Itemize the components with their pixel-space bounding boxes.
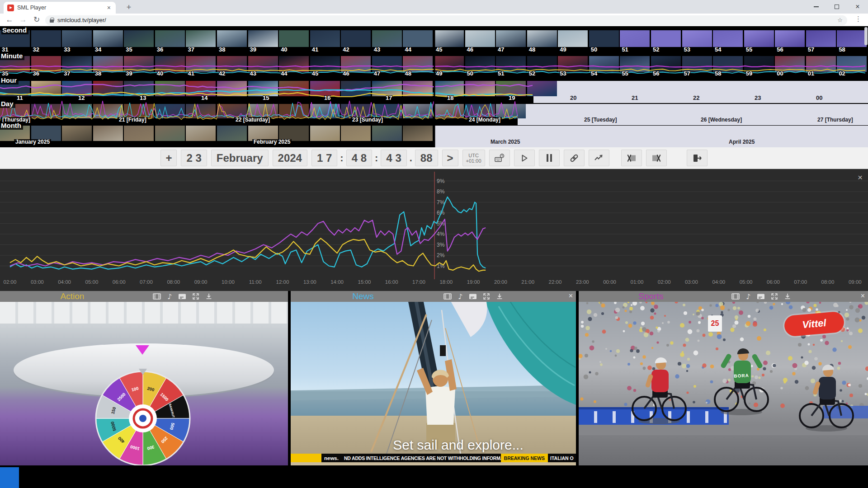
film-icon[interactable] <box>443 292 452 300</box>
window-close-button[interactable]: × <box>847 0 868 14</box>
browser-toolbar: ← → ↻ smlcloud.tv/player/ ☆ <box>0 14 868 26</box>
chart-close-icon[interactable]: × <box>858 173 863 183</box>
browser-menu-icon[interactable]: ⋮ <box>855 15 862 23</box>
video-thumbnail <box>93 104 123 118</box>
video-thumbnail <box>837 56 867 72</box>
timeline-tick-label: 22 <box>693 95 699 101</box>
film-icon[interactable] <box>731 292 740 300</box>
svg-text:01:00: 01:00 <box>631 279 644 285</box>
timeline-scrollbar[interactable] <box>864 27 868 45</box>
timeline-tick-label: 57 <box>808 47 814 52</box>
fullscreen-icon[interactable] <box>770 292 778 300</box>
mark-out-button[interactable] <box>646 150 667 166</box>
bookmark-star-icon[interactable]: ☆ <box>837 17 843 23</box>
video-thumbnail <box>155 81 185 96</box>
time-dot: . <box>410 152 412 164</box>
timeline-tick-label: 54 <box>591 70 597 76</box>
timeline-tick-label: 46 <box>343 70 349 76</box>
video-thumbnail <box>279 104 309 118</box>
hours-spinner[interactable]: 1 7 <box>311 150 337 166</box>
minutes-spinner[interactable]: 4 8 <box>346 150 372 166</box>
year-spinner[interactable]: 2024 <box>273 150 307 166</box>
panel-close-icon[interactable]: × <box>861 292 865 300</box>
video-panel-news[interactable]: Set sail and explore... news. ND ADDS IN… <box>291 302 576 465</box>
music-note-icon[interactable]: ♪ <box>457 292 463 300</box>
download-icon[interactable] <box>205 292 213 300</box>
svg-text:02:00: 02:00 <box>4 279 17 285</box>
video-thumbnail <box>651 56 681 72</box>
reload-button[interactable]: ↻ <box>30 15 43 24</box>
exit-button[interactable] <box>687 150 708 166</box>
video-thumbnail <box>217 81 247 96</box>
timezone-display: UTC +01:00 <box>462 150 485 166</box>
browser-tab[interactable]: SML Player × <box>4 2 116 14</box>
activity-button[interactable] <box>589 150 609 166</box>
frames-spinner[interactable]: 88 <box>415 150 438 166</box>
svg-text:09:00: 09:00 <box>849 279 862 285</box>
video-thumbnail <box>279 30 309 47</box>
link-button[interactable] <box>564 150 585 166</box>
video-thumbnail <box>589 56 619 72</box>
panel-title: News <box>291 291 435 301</box>
download-icon[interactable] <box>495 292 504 300</box>
tab-close-icon[interactable]: × <box>106 4 112 11</box>
fullscreen-icon[interactable] <box>192 292 200 300</box>
panel-close-icon[interactable]: × <box>569 292 573 300</box>
datetime-keyboard-button[interactable] <box>489 150 510 166</box>
timeline-tick-label: 20 <box>570 95 576 101</box>
music-note-icon[interactable]: ♪ <box>745 292 751 300</box>
timeline-tick-label: 42 <box>343 47 349 52</box>
new-tab-button[interactable]: + <box>123 2 135 13</box>
subtitles-icon[interactable] <box>178 292 187 300</box>
ratings-chart[interactable]: 02:0003:0004:0005:0006:0007:0008:0009:00… <box>0 169 868 291</box>
video-panel-action[interactable]: 2001500BANKRUT50025030010004005000150250… <box>0 302 288 465</box>
timeline-row-label-day: Day <box>0 100 15 108</box>
timeline-tick-label: 52 <box>653 47 659 52</box>
video-thumbnail <box>372 81 402 96</box>
month-spinner[interactable]: February <box>211 150 269 166</box>
url-text[interactable]: smlcloud.tv/player/ <box>57 17 834 23</box>
pause-button[interactable] <box>539 150 560 166</box>
subtitles-icon[interactable] <box>756 292 765 300</box>
back-button[interactable]: ← <box>3 15 16 24</box>
svg-text:07:00: 07:00 <box>794 279 807 285</box>
window-maximize-button[interactable] <box>826 0 847 14</box>
timeline-tick-label: 22 [Saturday] <box>234 117 271 123</box>
music-note-icon[interactable]: ♪ <box>166 292 173 300</box>
video-thumbnail <box>775 30 805 47</box>
fullscreen-icon[interactable] <box>482 292 491 300</box>
timeline-tick-label: 53 <box>560 70 566 76</box>
seconds-spinner[interactable]: 4 3 <box>381 150 406 166</box>
day-spinner[interactable]: 2 3 <box>181 150 207 166</box>
timeline-tick-label: 38 <box>219 47 225 52</box>
timeline-tick-label: 21 [Friday] <box>118 117 148 123</box>
address-bar[interactable]: smlcloud.tv/player/ ☆ <box>45 15 847 25</box>
video-thumbnail <box>620 30 650 47</box>
timeline-tick-label: 18 <box>447 95 453 101</box>
zoom-in-button[interactable]: + <box>160 150 177 166</box>
timeline-tick-label: 27 [Thursday] <box>817 117 853 123</box>
film-icon[interactable] <box>152 292 161 300</box>
mark-in-button[interactable] <box>621 150 642 166</box>
timeline-tick-label: 36 <box>33 70 39 76</box>
video-thumbnail <box>93 126 123 141</box>
step-forward-button[interactable]: > <box>442 150 458 166</box>
timeline-strips[interactable]: 3132333435363738394041424344454647484950… <box>0 26 868 147</box>
subtitles-icon[interactable] <box>468 292 477 300</box>
window-minimize-button[interactable] <box>806 0 826 14</box>
video-thumbnail <box>589 30 619 47</box>
timeline-tick-label: 51 <box>498 70 504 76</box>
video-thumbnail <box>124 30 154 47</box>
download-icon[interactable] <box>783 292 792 300</box>
timeline-tick-label: January 2025 <box>14 139 51 145</box>
forward-button[interactable]: → <box>16 15 30 24</box>
video-panel-sports[interactable]: Vittel 25 BORA <box>579 302 868 465</box>
svg-text:02:00: 02:00 <box>658 279 671 285</box>
timeline-tick-label: 36 <box>157 47 163 52</box>
video-thumbnail <box>558 56 588 72</box>
svg-text:04:00: 04:00 <box>58 279 71 285</box>
panel-header-news: News♪× <box>291 291 576 302</box>
svg-text:2%: 2% <box>437 252 445 258</box>
play-button[interactable] <box>514 150 535 166</box>
timeline-future-area <box>518 104 868 125</box>
